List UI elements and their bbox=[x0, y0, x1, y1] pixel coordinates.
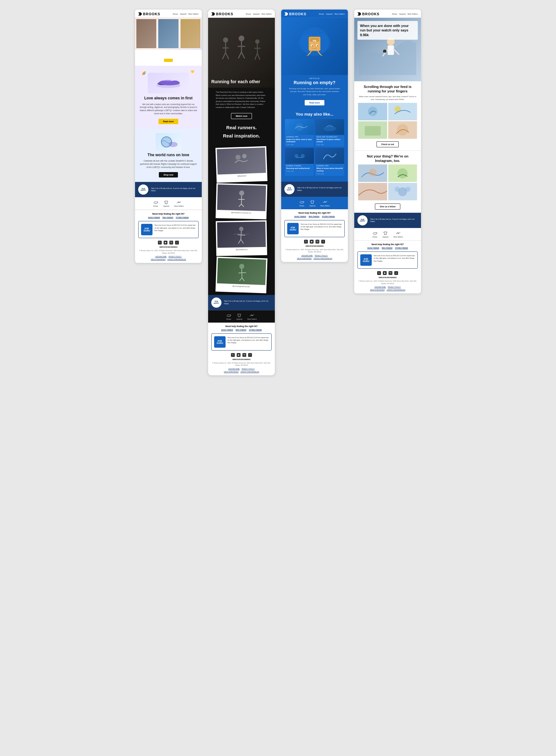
footer-nav-shoes-2[interactable]: Shoes bbox=[226, 313, 231, 320]
footer-nav-bestsellers-4[interactable]: Best Sellers bbox=[394, 231, 403, 238]
article-card-3[interactable]: RUNNER STORIES Running and motherhood 5 … bbox=[285, 148, 314, 176]
twitter-icon-3[interactable]: 𝕏 bbox=[304, 240, 308, 243]
shoe-finder-2[interactable]: SHOE FINDER bbox=[221, 329, 233, 331]
instagram-icon-2[interactable]: 📷 bbox=[242, 353, 246, 357]
give-follow-button[interactable]: Give us a follow bbox=[375, 203, 400, 210]
footer-nav-bestsellers-2[interactable]: Best Sellers bbox=[247, 313, 257, 320]
facebook-icon-4[interactable]: f bbox=[394, 271, 398, 275]
view-browser-3[interactable]: VIEW IN BROWSER bbox=[297, 258, 311, 259]
bra-finder-3[interactable]: BRA FINDER bbox=[309, 216, 320, 218]
bra-finder-link-1[interactable]: BRA FINDER bbox=[163, 217, 173, 219]
card-tag-1: RUNNING TIPS bbox=[286, 136, 313, 138]
twitter-icon-2[interactable]: 𝕏 bbox=[231, 353, 235, 357]
footer-nav-apparel-1[interactable]: Apparel bbox=[163, 200, 169, 207]
footer-nav-shoes-3[interactable]: Shoes bbox=[299, 200, 304, 207]
email-2-social: 𝕏 ▶ 📷 f bbox=[211, 353, 272, 357]
instagram-icon-3[interactable]: 📷 bbox=[315, 240, 319, 243]
nav-apparel-2[interactable]: Apparel bbox=[253, 13, 259, 15]
bra-finder-4[interactable]: BRA FINDER bbox=[382, 247, 393, 249]
update-prefs-4[interactable]: UPDATE PREFERENCES bbox=[387, 289, 406, 291]
store-finder-3[interactable]: STORE FINDER bbox=[322, 216, 335, 218]
explore-button-1[interactable]: Shop now bbox=[159, 172, 178, 178]
facebook-icon-2[interactable]: f bbox=[248, 353, 252, 357]
nav-bestsellers-3[interactable]: Best Sellers bbox=[335, 13, 345, 15]
shoe-finder-3[interactable]: SHOE FINDER bbox=[294, 216, 306, 218]
real-runners-line1: Real runners. bbox=[212, 125, 271, 130]
read-more-button-1[interactable] bbox=[164, 59, 173, 62]
shoe-finder-4[interactable]: SHOE FINDER bbox=[367, 247, 379, 249]
footer-nav-bestsellers-3[interactable]: Best Sellers bbox=[320, 200, 330, 207]
instagram-icon-1[interactable]: 📷 bbox=[169, 241, 173, 244]
footer-nav-bestsellers-1[interactable]: Best Sellers bbox=[174, 200, 184, 207]
card-title-4: What to know about downhill running bbox=[316, 167, 343, 173]
svg-rect-38 bbox=[384, 52, 386, 53]
footer-nav-apparel-4[interactable]: Apparel bbox=[383, 231, 389, 238]
store-finder-link-1[interactable]: STORE FINDER bbox=[176, 217, 189, 219]
svg-rect-52 bbox=[358, 183, 387, 200]
footer-nav-apparel-3[interactable]: Apparel bbox=[309, 200, 315, 207]
privacy-3[interactable]: PRIVACY POLICY bbox=[315, 255, 327, 257]
nav-bestsellers-1[interactable]: Best Sellers bbox=[188, 13, 199, 15]
nav-shoes-2[interactable]: Shoes bbox=[246, 13, 251, 15]
card-img-svg-1 bbox=[290, 122, 309, 132]
privacy-2[interactable]: PRIVACY POLICY bbox=[241, 368, 254, 370]
nav-shoes-3[interactable]: Shoes bbox=[319, 13, 324, 15]
view-browser-2[interactable]: VIEW IN BROWSER bbox=[224, 371, 238, 373]
nav-shoes-4[interactable]: Shoes bbox=[392, 13, 397, 15]
footer-shoes-2: Shoes bbox=[226, 318, 231, 320]
view-browser-1[interactable]: VIEW IN BROWSER bbox=[150, 259, 165, 260]
update-prefs-3[interactable]: UPDATE PREFERENCES bbox=[314, 258, 332, 259]
store-finder-4[interactable]: STORE FINDER bbox=[395, 247, 408, 249]
nav-bestsellers-4[interactable]: Best Sellers bbox=[408, 13, 418, 15]
nav-apparel-3[interactable]: Apparel bbox=[326, 13, 333, 15]
watch-now-button[interactable]: Watch now bbox=[231, 113, 252, 119]
unsubscribe-3[interactable]: UNSUBSCRIBE bbox=[301, 255, 313, 257]
svg-marker-0 bbox=[138, 12, 142, 15]
email-3-footer-section: Need help finding the right fit? SHOE FI… bbox=[281, 209, 348, 262]
card-tag-3: RUNNER STORIES bbox=[286, 165, 313, 167]
run-happy-text-4: Take it for a 90-day trial run. If you'r… bbox=[370, 218, 418, 223]
footer-nav-shoes-1[interactable]: Shoes bbox=[153, 200, 158, 207]
nav-shoes-1[interactable]: Shoes bbox=[173, 13, 178, 15]
privacy-4[interactable]: PRIVACY POLICY bbox=[388, 286, 401, 288]
email-4-misc-links-2: VIEW IN BROWSER UPDATE PREFERENCES bbox=[357, 289, 418, 291]
youtube-icon-3[interactable]: ▶ bbox=[310, 240, 314, 243]
guru-logo-4: ASKGURU bbox=[360, 254, 372, 266]
view-browser-4[interactable]: VIEW IN BROWSER bbox=[370, 289, 384, 291]
shop-now-button-1[interactable]: Read more bbox=[159, 119, 178, 124]
facebook-icon-1[interactable]: f bbox=[175, 241, 179, 244]
unsubscribe-1[interactable]: UNSUBSCRIBE bbox=[155, 256, 167, 258]
fit-title-4: Need help finding the right fit? bbox=[357, 243, 418, 245]
bra-finder-2[interactable]: BRA FINDER bbox=[236, 329, 247, 331]
footer-nav-apparel-2[interactable]: Apparel bbox=[236, 313, 242, 320]
svg-point-12 bbox=[242, 154, 247, 158]
instagram-img-3 bbox=[358, 183, 387, 200]
nav-apparel-1[interactable]: Apparel bbox=[180, 13, 186, 15]
twitter-icon-1[interactable]: 𝕏 bbox=[158, 241, 162, 244]
privacy-1[interactable]: PRIVACY POLICY bbox=[168, 256, 181, 258]
twitter-icon-4[interactable]: 𝕏 bbox=[377, 271, 381, 275]
shoe-finder-link-1[interactable]: SHOE FINDER bbox=[148, 217, 160, 219]
youtube-icon-4[interactable]: ▶ bbox=[383, 271, 387, 275]
unsubscribe-4[interactable]: UNSUBSCRIBE bbox=[374, 286, 386, 288]
email-4-footer-section: Need help finding the right fit? SHOE FI… bbox=[354, 241, 421, 293]
update-prefs-1[interactable]: UPDATE PREFERENCES bbox=[167, 259, 186, 260]
article-card-1[interactable]: RUNNING TIPS Keep it to drive: how to st… bbox=[285, 119, 314, 147]
nav-bestsellers-2[interactable]: Best Sellers bbox=[262, 13, 272, 15]
youtube-icon-2[interactable]: ▶ bbox=[237, 353, 241, 357]
nav-apparel-4[interactable]: Apparel bbox=[399, 13, 406, 15]
facebook-icon-3[interactable]: f bbox=[321, 240, 325, 243]
article-card-4[interactable]: RUNNING TIPS What to know about downhill… bbox=[315, 148, 344, 176]
read-more-button-3[interactable]: Read more bbox=[305, 100, 324, 105]
store-finder-2[interactable]: STORE FINDER bbox=[249, 329, 262, 331]
article-card-2[interactable]: GEAR AND TECHNOLOGY The Ghost 14 goes ca… bbox=[315, 119, 344, 147]
unsubscribe-2[interactable]: UNSUBSCRIBE bbox=[228, 368, 240, 370]
youtube-icon-1[interactable]: ▶ bbox=[164, 241, 167, 244]
update-prefs-2[interactable]: UPDATE PREFERENCES bbox=[241, 371, 259, 373]
card-tag-2: GEAR AND TECHNOLOGY bbox=[316, 136, 343, 138]
footer-bestsellers-3: Best Sellers bbox=[320, 205, 330, 207]
check-us-out-button[interactable]: Check us out bbox=[377, 141, 399, 147]
fit-title-3: Need help finding the right fit? bbox=[284, 212, 345, 214]
footer-nav-shoes-4[interactable]: Shoes bbox=[372, 231, 377, 238]
instagram-icon-4[interactable]: 📷 bbox=[389, 271, 392, 275]
